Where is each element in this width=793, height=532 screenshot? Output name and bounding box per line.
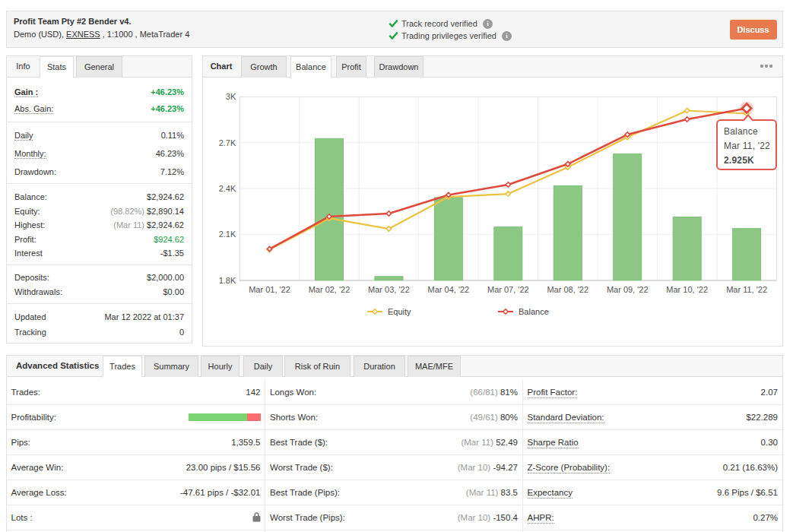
svg-text:Mar 08, '22: Mar 08, '22 <box>547 285 588 294</box>
svg-text:Mar 03, '22: Mar 03, '22 <box>368 285 410 294</box>
svg-text:Mar 07, '22: Mar 07, '22 <box>487 285 529 294</box>
svg-text:Balance: Balance <box>519 307 549 316</box>
svg-text:2.1K: 2.1K <box>219 230 236 239</box>
svg-text:Equity: Equity <box>388 307 411 316</box>
svg-text:Mar 11, '22: Mar 11, '22 <box>726 285 767 294</box>
svg-text:Mar 10, '22: Mar 10, '22 <box>666 285 708 294</box>
svg-text:2.7K: 2.7K <box>219 138 236 147</box>
svg-text:1.8K: 1.8K <box>219 276 236 285</box>
svg-text:Mar 04, '22: Mar 04, '22 <box>428 285 470 294</box>
svg-text:Mar 01, '22: Mar 01, '22 <box>249 285 290 294</box>
svg-text:3K: 3K <box>226 92 236 101</box>
svg-text:Mar 02, '22: Mar 02, '22 <box>309 285 351 294</box>
svg-text:Mar 09, '22: Mar 09, '22 <box>607 285 649 294</box>
svg-text:2.4K: 2.4K <box>219 184 236 193</box>
